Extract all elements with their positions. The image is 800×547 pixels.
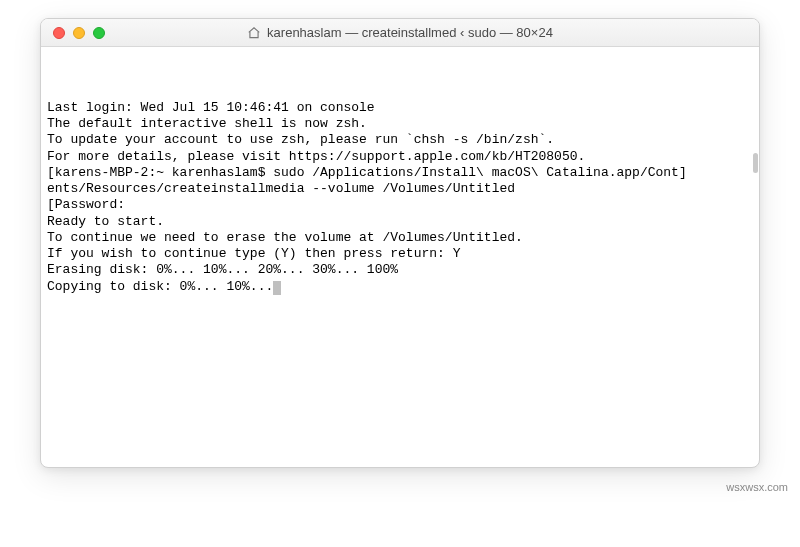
- window-title: karenhaslam — createinstallmed ‹ sudo — …: [267, 25, 553, 40]
- home-icon: [247, 26, 261, 40]
- terminal-line: The default interactive shell is now zsh…: [47, 116, 753, 132]
- maximize-button[interactable]: [93, 27, 105, 39]
- window-title-wrap: karenhaslam — createinstallmed ‹ sudo — …: [41, 25, 759, 40]
- terminal-line: For more details, please visit https://s…: [47, 149, 753, 165]
- terminal-content[interactable]: Last login: Wed Jul 15 10:46:41 on conso…: [41, 47, 759, 467]
- terminal-line: If you wish to continue type (Y) then pr…: [47, 246, 753, 262]
- close-button[interactable]: [53, 27, 65, 39]
- terminal-window: karenhaslam — createinstallmed ‹ sudo — …: [40, 18, 760, 468]
- scrollbar-thumb[interactable]: [753, 153, 758, 173]
- terminal-line: ents/Resources/createinstallmedia --volu…: [47, 181, 753, 197]
- watermark-text: wsxwsx.com: [726, 481, 788, 493]
- terminal-line: Copying to disk: 0%... 10%...: [47, 279, 753, 295]
- minimize-button[interactable]: [73, 27, 85, 39]
- terminal-line: [Password:: [47, 197, 753, 213]
- terminal-line: To continue we need to erase the volume …: [47, 230, 753, 246]
- titlebar[interactable]: karenhaslam — createinstallmed ‹ sudo — …: [41, 19, 759, 47]
- terminal-cursor: [273, 281, 281, 295]
- window-controls: [41, 27, 105, 39]
- terminal-line: Ready to start.: [47, 214, 753, 230]
- terminal-line: Last login: Wed Jul 15 10:46:41 on conso…: [47, 100, 753, 116]
- terminal-line: To update your account to use zsh, pleas…: [47, 132, 753, 148]
- terminal-line: [karens-MBP-2:~ karenhaslam$ sudo /Appli…: [47, 165, 753, 181]
- terminal-line: Erasing disk: 0%... 10%... 20%... 30%...…: [47, 262, 753, 278]
